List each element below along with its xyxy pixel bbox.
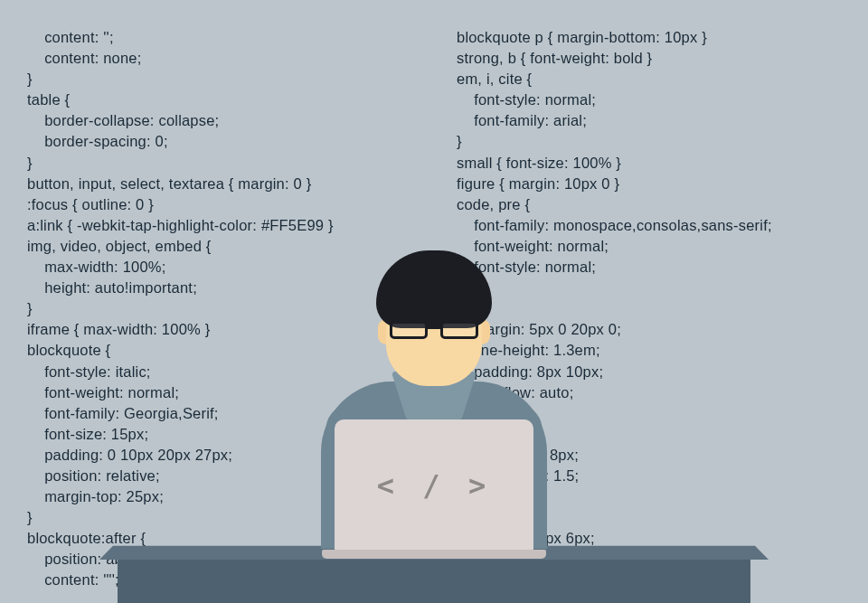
laptop-base — [322, 550, 546, 559]
desk-front — [118, 560, 750, 603]
lens-right — [440, 321, 478, 339]
code-icon: < / > — [377, 468, 491, 503]
glasses-icon — [390, 321, 478, 341]
lens-left — [390, 321, 428, 339]
glasses-bridge — [428, 326, 440, 329]
laptop-screen: < / > — [335, 419, 533, 551]
